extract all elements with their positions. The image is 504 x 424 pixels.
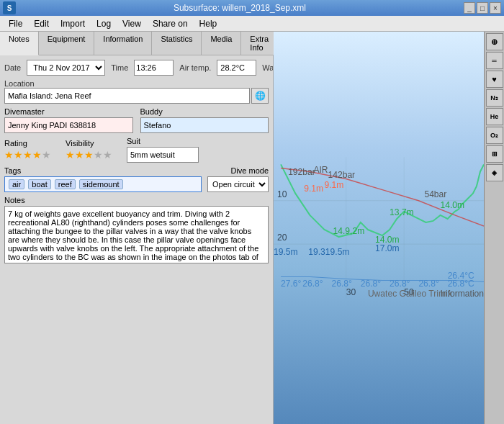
pressure-label-4: 54bar bbox=[424, 189, 446, 199]
menu-bar: File Edit Import Log View Share on Help bbox=[0, 16, 504, 32]
tab-extra-info[interactable]: Extra Info bbox=[241, 32, 278, 55]
pressure-label-2: AIR bbox=[313, 165, 328, 175]
window-controls[interactable]: _ □ × bbox=[464, 2, 501, 14]
window-title: Subsurface: willem_2018_Sep.xml bbox=[16, 3, 464, 13]
date-input[interactable]: Thu 2 Nov 2017 bbox=[27, 60, 105, 76]
pressure-label-1: 192bar bbox=[288, 168, 315, 178]
notes-panel: Date Thu 2 Nov 2017 Time Air temp. Water… bbox=[0, 55, 273, 424]
dive-mode-select[interactable]: Open circuit bbox=[207, 176, 269, 192]
left-panel: Notes Equipment Information Statistics M… bbox=[0, 32, 274, 424]
tab-equipment[interactable]: Equipment bbox=[39, 32, 95, 55]
rating-row: Rating ★★★★★ Visibility ★★★★★ Suit bbox=[4, 137, 269, 163]
dive-profile: 10 20 30 50 bbox=[274, 32, 504, 424]
title-bar: S Subsurface: willem_2018_Sep.xml _ □ × bbox=[0, 0, 504, 16]
tags-input[interactable]: air boat reef sidemount bbox=[4, 176, 202, 192]
info-label: Information bbox=[441, 289, 484, 299]
buddy-col: Buddy bbox=[140, 107, 269, 133]
suit-label: Suit bbox=[127, 137, 199, 145]
air-temp-label: Air temp. bbox=[179, 63, 211, 72]
dive-mode-label: Dive mode bbox=[230, 166, 269, 175]
profile-svg: 10 20 30 50 bbox=[274, 32, 484, 424]
divemaster-label: Divemaster bbox=[4, 107, 133, 116]
toolbar-n2-button[interactable]: N₂ bbox=[486, 89, 503, 107]
tag-reef[interactable]: reef bbox=[55, 179, 76, 189]
rating-label: Rating bbox=[4, 139, 51, 148]
location-row: 🌐 bbox=[4, 88, 269, 104]
main-content: Notes Equipment Information Statistics M… bbox=[0, 32, 504, 424]
visibility-section: Visibility ★★★★★ bbox=[66, 139, 112, 161]
notes-textarea[interactable]: 7 kg of weights gave excellent buoyancy … bbox=[4, 206, 269, 263]
surface-dist-1: 19.5m bbox=[274, 247, 298, 257]
toolbar-crosshair-button[interactable]: ⊕ bbox=[486, 33, 503, 50]
toolbar-pressure-button[interactable]: ⊞ bbox=[486, 145, 503, 163]
depth-annotation-1: 9.1m bbox=[304, 184, 323, 194]
rating-section: Rating ★★★★★ bbox=[4, 139, 51, 161]
tab-bar: Notes Equipment Information Statistics M… bbox=[0, 32, 273, 55]
tags-section: Tags air boat reef sidemount bbox=[4, 166, 202, 192]
side-toolbar: ⊕ ═ ♥ N₂ He O₂ ⊞ ◈ bbox=[484, 32, 504, 424]
location-map-button[interactable]: 🌐 bbox=[251, 88, 269, 104]
buddy-label: Buddy bbox=[140, 107, 269, 116]
menu-log[interactable]: Log bbox=[91, 17, 117, 30]
temp-reading-3: 26.8° bbox=[332, 279, 353, 289]
visibility-label: Visibility bbox=[66, 139, 112, 148]
tab-notes[interactable]: Notes bbox=[0, 32, 39, 55]
depth-annotation-6: 14.0m bbox=[441, 200, 465, 210]
uwatec-label: Uwatec Galileo Trimix bbox=[368, 289, 452, 299]
location-label: Location bbox=[4, 79, 269, 88]
tags-row: Tags air boat reef sidemount Dive mode O… bbox=[4, 166, 269, 192]
air-temp-input[interactable] bbox=[217, 60, 256, 76]
surface-dist-2: 19.319.5m bbox=[308, 247, 349, 257]
temp-reading-1: 27.6° bbox=[281, 279, 302, 289]
time-input[interactable] bbox=[134, 60, 174, 76]
profile-canvas: 10 20 30 50 bbox=[274, 32, 484, 424]
suit-input[interactable] bbox=[127, 147, 199, 163]
pressure-label-3: 142bar bbox=[328, 170, 356, 180]
divemaster-buddy-row: Divemaster Buddy bbox=[4, 107, 269, 133]
menu-import[interactable]: Import bbox=[55, 17, 91, 30]
rating-stars[interactable]: ★★★★★ bbox=[4, 149, 51, 161]
buddy-input[interactable] bbox=[140, 117, 269, 133]
close-button[interactable]: × bbox=[490, 2, 501, 14]
divemaster-input[interactable] bbox=[4, 117, 133, 133]
tag-boat[interactable]: boat bbox=[28, 179, 50, 189]
tags-label: Tags bbox=[4, 166, 202, 175]
tab-statistics[interactable]: Statistics bbox=[152, 32, 202, 55]
depth-annotation-5: 13.7m bbox=[390, 207, 414, 217]
menu-help[interactable]: Help bbox=[194, 17, 223, 30]
temp-reading-4: 26.8° bbox=[361, 279, 382, 289]
dive-mode-section: Dive mode Open circuit bbox=[207, 166, 269, 192]
location-input[interactable] bbox=[4, 88, 250, 104]
depth-10-label: 10 bbox=[277, 189, 287, 199]
app-logo: S bbox=[3, 1, 16, 14]
notes-label: Notes bbox=[4, 196, 269, 204]
notes-section: Notes 7 kg of weights gave excellent buo… bbox=[4, 196, 269, 266]
tab-information[interactable]: Information bbox=[94, 32, 152, 55]
tab-media[interactable]: Media bbox=[202, 32, 241, 55]
temp-reading-8: 26.4°C bbox=[448, 271, 474, 281]
toolbar-he-button[interactable]: He bbox=[486, 108, 503, 125]
divemaster-col: Divemaster bbox=[4, 107, 133, 133]
location-section: Location 🌐 bbox=[4, 79, 269, 104]
tag-air[interactable]: air bbox=[9, 179, 24, 189]
temp-reading-5: 26.8° bbox=[390, 279, 410, 289]
temp-reading-2: 26.8° bbox=[302, 279, 323, 289]
toolbar-scale-button[interactable]: ═ bbox=[486, 52, 503, 69]
toolbar-o2-button[interactable]: O₂ bbox=[486, 127, 503, 144]
menu-edit[interactable]: Edit bbox=[28, 17, 55, 30]
right-panel: 10 20 30 50 bbox=[274, 32, 504, 424]
menu-view[interactable]: View bbox=[117, 17, 147, 30]
tag-sidemount[interactable]: sidemount bbox=[79, 179, 123, 189]
maximize-button[interactable]: □ bbox=[477, 2, 488, 14]
menu-share[interactable]: Share on bbox=[147, 17, 194, 30]
menu-file[interactable]: File bbox=[3, 17, 28, 30]
toolbar-compass-button[interactable]: ◈ bbox=[486, 164, 503, 181]
visibility-stars[interactable]: ★★★★★ bbox=[66, 149, 112, 161]
depth-annotation-3: 14.9,2m bbox=[333, 226, 365, 236]
toolbar-heart-button[interactable]: ♥ bbox=[486, 71, 503, 88]
date-label: Date bbox=[4, 63, 21, 72]
date-time-row: Date Thu 2 Nov 2017 Time Air temp. Water… bbox=[4, 60, 269, 76]
depth-20-label: 20 bbox=[277, 233, 287, 243]
minimize-button[interactable]: _ bbox=[464, 2, 475, 14]
water-temp-label: Water temp. bbox=[262, 63, 273, 72]
